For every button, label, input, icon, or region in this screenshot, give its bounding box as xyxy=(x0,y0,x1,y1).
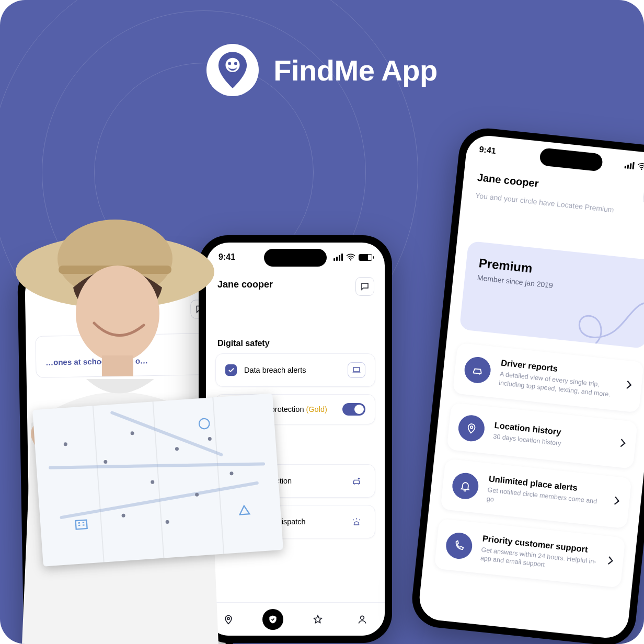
banner-text: …ones at school, work, o… xyxy=(45,354,201,367)
svg-point-14 xyxy=(358,478,360,479)
svg-point-18 xyxy=(470,426,473,429)
premium-card: Premium Member since jan 2019 xyxy=(459,241,644,349)
feature-place-alerts[interactable]: Unlimited place alertsGet notified circl… xyxy=(440,458,631,528)
phone-premium: 9:41 Jane cooper You and your circle hav… xyxy=(409,125,644,644)
section-digital-safety: Digital safety xyxy=(217,339,373,348)
tab-location[interactable] xyxy=(218,609,239,630)
bell-icon xyxy=(451,472,480,500)
info-banner: STATE OF …ones at school, work, o… xyxy=(35,333,211,378)
battery-icon xyxy=(359,254,372,261)
toggle-on[interactable] xyxy=(342,403,365,416)
user-name: Jane cooper xyxy=(477,171,539,190)
squiggle-decoration-icon xyxy=(566,268,644,349)
tab-safety[interactable] xyxy=(262,609,283,630)
chat-button[interactable] xyxy=(355,277,374,296)
tab-profile[interactable] xyxy=(352,609,373,630)
brand-logo-icon xyxy=(206,44,259,96)
phone-support-icon xyxy=(445,531,474,560)
svg-point-2 xyxy=(234,62,237,65)
user-name: Jane cooper xyxy=(217,279,273,290)
premium-subtitle: You and your circle have Locatee Premium xyxy=(475,191,615,214)
status-time: 9:41 xyxy=(218,252,235,262)
laptop-icon xyxy=(348,362,365,378)
svg-point-15 xyxy=(227,617,229,619)
wifi-icon xyxy=(637,163,644,171)
svg-point-1 xyxy=(228,62,232,65)
svg-point-12 xyxy=(350,259,351,260)
chevron-right-icon xyxy=(613,496,620,508)
wifi-icon xyxy=(346,254,355,261)
car-alert-icon xyxy=(348,473,365,489)
brand-header: FindMe App xyxy=(0,44,644,96)
tab-star[interactable] xyxy=(307,609,328,630)
feature-location-history[interactable]: Location history30 days location history xyxy=(446,402,637,469)
data-breach-alerts-item[interactable]: Data breach alerts xyxy=(215,353,375,387)
svg-point-17 xyxy=(641,168,642,170)
chevron-right-icon xyxy=(625,380,632,392)
signal-icon xyxy=(624,161,634,169)
feature-priority-support[interactable]: Priority customer supportGet answers wit… xyxy=(434,518,625,588)
tab-bar xyxy=(206,602,385,636)
gold-tag: (Gold) xyxy=(306,405,327,413)
item-label: Data breach alerts xyxy=(244,366,306,374)
status-time: 9:41 xyxy=(479,145,497,156)
chevron-right-icon xyxy=(607,556,614,568)
svg-rect-13 xyxy=(353,367,360,372)
siren-icon xyxy=(348,514,365,530)
svg-point-16 xyxy=(361,616,364,619)
brand-title: FindMe App xyxy=(273,53,437,87)
svg-rect-10 xyxy=(76,520,87,530)
pin-icon xyxy=(457,414,486,443)
wifi-icon xyxy=(180,279,190,286)
status-time: 9:41 xyxy=(37,280,54,290)
checkbox-checked-icon xyxy=(225,364,237,376)
feature-driver-reports[interactable]: Driver reportsA detailed view of every s… xyxy=(453,343,644,413)
signal-icon xyxy=(168,279,177,286)
signal-icon xyxy=(334,254,343,261)
chevron-right-icon xyxy=(619,438,626,450)
car-icon xyxy=(463,356,492,385)
state-caption: STATE OF xyxy=(45,343,201,352)
paper-map-illustration xyxy=(32,393,283,566)
svg-point-3 xyxy=(185,284,186,285)
svg-point-11 xyxy=(199,418,210,429)
